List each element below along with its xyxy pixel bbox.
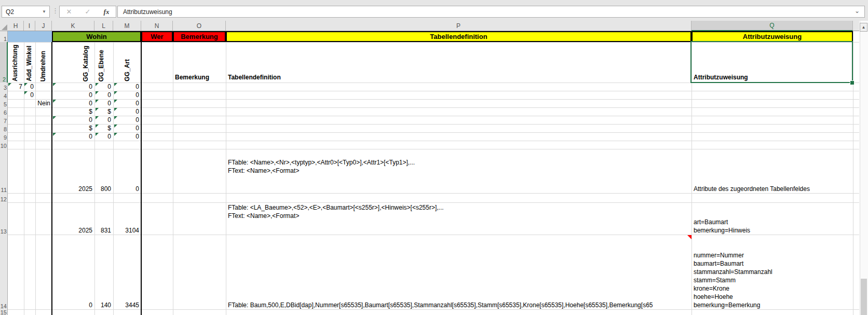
cell-P11-line2[interactable]: FText: <Name>,<Format> — [228, 167, 299, 175]
cell-P11-line1[interactable]: FTable: <Name>,<Nr>,<typtyp>,<Attr0>[<Ty… — [228, 158, 415, 167]
cell-Q14-line4[interactable]: stamm=Stamm — [694, 276, 736, 284]
column-header-J[interactable]: J — [35, 21, 52, 31]
row-header-6[interactable]: 6 — [0, 107, 8, 116]
cell-K9[interactable]: 0 — [53, 132, 92, 141]
row-header-1[interactable]: 1 — [0, 31, 8, 42]
cell-L13[interactable]: 831 — [96, 226, 111, 235]
column-header-M[interactable]: M — [113, 21, 141, 31]
error-indicator-icon — [114, 116, 117, 119]
formula-input[interactable]: Attributzuweisung — [117, 6, 865, 18]
cell-L11[interactable]: 800 — [96, 185, 111, 193]
row-header-7[interactable]: 7 — [0, 116, 8, 124]
row-header-9[interactable]: 9 — [0, 132, 8, 141]
row-header-12[interactable]: 12 — [0, 193, 8, 202]
cell-Q14-line3[interactable]: stammanzahl=Stammanzahl — [694, 268, 772, 276]
gridline — [24, 31, 24, 315]
cell-K5[interactable]: 0 — [53, 99, 92, 107]
cell-M4[interactable]: 0 — [114, 91, 139, 99]
field-header-gg-art[interactable]: GG_Art — [124, 59, 131, 81]
scrollbar-thumb[interactable] — [861, 279, 867, 315]
formula-bar-expand-icon[interactable]: ⌄ — [855, 7, 860, 15]
cell-P13-line1[interactable]: FTable: <LA_Baeume>,<52>,<E>,<Baumart>[<… — [228, 203, 444, 212]
field-header-gg-katalog[interactable]: GG_Katalog — [82, 46, 89, 81]
cell-M11[interactable]: 0 — [114, 185, 139, 193]
cell-K6[interactable]: $ — [53, 107, 92, 116]
column-header-H[interactable]: H — [8, 21, 24, 31]
cell-M13[interactable]: 3104 — [114, 226, 139, 235]
cell-Q14-line1[interactable]: nummer=Nummer — [694, 251, 744, 259]
cell-M5[interactable]: 0 — [114, 99, 139, 107]
cell-Q13-line2[interactable]: bemerkung=Hinweis — [694, 226, 750, 235]
cell-Q13-line1[interactable]: art=Baumart — [694, 218, 728, 226]
cell-M14[interactable]: 3445 — [114, 301, 139, 309]
row-header-3[interactable]: 3 — [0, 83, 8, 91]
field-header-gg-ebene[interactable]: GG_Ebene — [98, 50, 105, 81]
select-all-icon[interactable] — [2, 24, 7, 30]
name-box-dropdown-icon[interactable]: ▼ — [42, 9, 49, 14]
column-header-L[interactable]: L — [94, 21, 113, 31]
active-cell-selection — [690, 41, 853, 83]
group-header-wer[interactable]: Wer — [141, 31, 173, 42]
cell-L14[interactable]: 140 — [96, 301, 111, 309]
column-header-Q[interactable]: Q — [691, 21, 853, 31]
field-header-ausrichtung[interactable]: Ausrichtung — [11, 45, 19, 81]
row-header-2[interactable]: 2 — [0, 42, 8, 83]
column-header-K[interactable]: K — [52, 21, 94, 31]
row-header-11[interactable]: 11 — [0, 149, 8, 193]
cell-Q11[interactable]: Attribute des zugeordneten Tabellenfelde… — [694, 185, 810, 193]
cell-K13[interactable]: 2025 — [53, 226, 92, 235]
field-header-umdrehen[interactable]: Umdrehen — [39, 51, 47, 81]
gridline — [8, 309, 859, 310]
cell-P13-line2[interactable]: FText: <Name>,<Format> — [228, 212, 299, 220]
error-indicator-icon — [96, 133, 99, 136]
cell-M3[interactable]: 0 — [114, 83, 139, 91]
vertical-scrollbar[interactable] — [860, 21, 868, 315]
cell-K4[interactable]: 0 — [53, 91, 92, 99]
field-header-add-winkel[interactable]: Add_Winkel — [25, 46, 33, 81]
column-header-P[interactable]: P — [226, 21, 691, 31]
cell-M8[interactable]: 0 — [114, 124, 139, 132]
cell-K8[interactable]: $ — [53, 124, 92, 132]
row-header-13[interactable]: 13 — [0, 202, 8, 235]
group-header-wohin[interactable]: Wohin — [52, 31, 141, 42]
row-header-4[interactable]: 4 — [0, 91, 8, 99]
row-header-8[interactable]: 8 — [0, 124, 8, 132]
field-header-tabellendefinition[interactable]: Tabellendefinition — [228, 73, 281, 81]
gridline — [853, 31, 853, 315]
cell-Q14-line7[interactable]: bemerkung=Bemerkung — [694, 301, 760, 309]
cancel-icon[interactable]: ✕ — [66, 8, 72, 16]
error-indicator-icon — [53, 83, 56, 86]
enter-icon[interactable]: ✓ — [85, 8, 91, 16]
error-indicator-icon — [96, 116, 99, 119]
insert-function-icon[interactable]: fx — [104, 8, 110, 16]
cell-J5[interactable]: Nein — [36, 99, 50, 107]
fill-handle[interactable] — [850, 80, 855, 85]
row-header-5[interactable]: 5 — [0, 99, 8, 107]
row-header-14[interactable]: 14 — [0, 235, 8, 309]
cell-Q14-line5[interactable]: krone=Krone — [694, 284, 729, 293]
error-indicator-icon — [114, 91, 117, 94]
column-header-I[interactable]: I — [24, 21, 35, 31]
cell-M7[interactable]: 0 — [114, 116, 139, 124]
group-header-blank-blue[interactable] — [8, 31, 52, 42]
cell-M6[interactable]: 0 — [114, 107, 139, 116]
cell-P14[interactable]: FTable: Baum,500,E,DBid[dap],Nummer[s655… — [228, 301, 691, 309]
formula-buttons: ✕ ✓ fx — [59, 6, 116, 18]
row-header-10[interactable]: 10 — [0, 141, 8, 149]
cell-K7[interactable]: 0 — [53, 116, 92, 124]
column-header-O[interactable]: O — [173, 21, 226, 31]
cell-K3[interactable]: 0 — [53, 83, 92, 91]
group-header-attributzuweisung[interactable]: Attributzuweisung — [691, 31, 853, 42]
group-header-bemerkung[interactable]: Bemerkung — [173, 31, 226, 42]
cell-M9[interactable]: 0 — [114, 132, 139, 141]
name-box[interactable]: Q2 ▼ — [2, 6, 50, 18]
row-header-15[interactable]: 15 — [0, 309, 8, 315]
cell-K14[interactable]: 0 — [53, 301, 92, 309]
field-header-bemerkung[interactable]: Bemerkung — [175, 73, 209, 81]
scroll-up-icon[interactable]: ▲ — [860, 23, 867, 32]
group-header-tabellendefinition[interactable]: Tabellendefinition — [226, 31, 691, 42]
column-header-N[interactable]: N — [141, 21, 173, 31]
cell-Q14-line6[interactable]: hoehe=Hoehe — [694, 293, 733, 301]
cell-K11[interactable]: 2025 — [53, 185, 92, 193]
cell-Q14-line2[interactable]: baumart=Baumart — [694, 259, 743, 268]
